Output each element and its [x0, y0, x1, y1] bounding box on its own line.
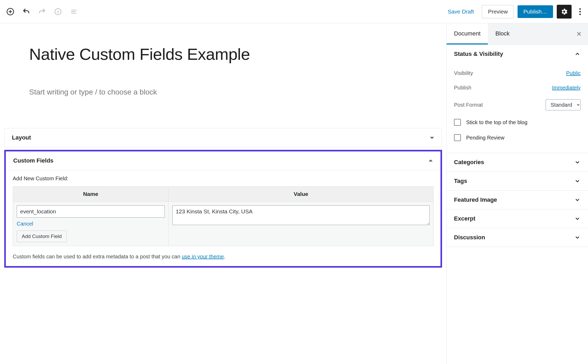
- pending-review-label: Pending Review: [466, 135, 505, 141]
- add-block-button[interactable]: [5, 7, 15, 17]
- layout-title: Layout: [12, 134, 31, 141]
- save-draft-button[interactable]: Save Draft: [443, 6, 478, 17]
- post-format-select[interactable]: Standard: [546, 99, 581, 110]
- custom-fields-header[interactable]: Custom Fields: [6, 151, 440, 170]
- info-button[interactable]: [53, 7, 63, 17]
- publish-label: Publish: [454, 85, 471, 91]
- settings-button[interactable]: [557, 5, 572, 19]
- redo-icon: [38, 8, 46, 16]
- chevron-down-icon: [574, 159, 581, 165]
- undo-button[interactable]: [21, 7, 31, 17]
- custom-field-value-input[interactable]: 123 Kinsta St, Kinsta City, USA: [172, 205, 430, 225]
- add-custom-field-button[interactable]: Add Custom Field: [17, 231, 67, 242]
- tab-document[interactable]: Document: [447, 23, 488, 44]
- more-menu-button[interactable]: [575, 5, 585, 19]
- visibility-value[interactable]: Public: [566, 70, 581, 76]
- cancel-link[interactable]: Cancel: [17, 221, 33, 227]
- custom-fields-note: Custom fields can be used to add extra m…: [13, 254, 434, 260]
- use-in-theme-link[interactable]: use in your theme: [182, 254, 224, 259]
- custom-fields-metabox: Custom Fields Add New Custom Field: Name…: [4, 150, 442, 268]
- panel-discussion-header[interactable]: Discussion: [447, 228, 588, 247]
- chevron-down-icon: [574, 197, 581, 203]
- redo-button[interactable]: [37, 7, 47, 17]
- panel-categories-header[interactable]: Categories: [447, 153, 588, 172]
- chevron-down-icon: [574, 234, 581, 241]
- panel-status-header[interactable]: Status & Visibility: [447, 45, 588, 63]
- custom-fields-title: Custom Fields: [13, 157, 54, 164]
- info-icon: [54, 8, 62, 15]
- panel-excerpt-header[interactable]: Excerpt: [447, 209, 588, 228]
- visibility-label: Visibility: [454, 70, 473, 76]
- svg-point-2: [579, 8, 581, 10]
- plus-circle-icon: [6, 8, 14, 16]
- post-body-placeholder[interactable]: Start writing or type / to choose a bloc…: [29, 88, 395, 96]
- panel-categories: Categories: [447, 153, 588, 172]
- post-title-input[interactable]: Native Custom Fields Example: [29, 44, 395, 64]
- stick-to-top-label: Stick to the top of the blog: [466, 119, 527, 125]
- panel-excerpt: Excerpt: [447, 209, 588, 228]
- editor-content: Native Custom Fields Example Start writi…: [0, 23, 446, 364]
- undo-icon: [22, 8, 30, 16]
- more-vertical-icon: [579, 8, 581, 16]
- add-new-custom-field-label: Add New Custom Field:: [13, 176, 434, 182]
- panel-tags-header[interactable]: Tags: [447, 172, 588, 190]
- preview-button[interactable]: Preview: [482, 5, 514, 18]
- top-toolbar: Save Draft Preview Publish…: [0, 0, 588, 23]
- chevron-down-icon: [574, 178, 581, 184]
- panel-featured-image: Featured Image: [447, 191, 588, 209]
- name-header: Name: [13, 187, 169, 202]
- publish-value[interactable]: Immediately: [552, 85, 581, 91]
- outline-button[interactable]: [69, 7, 79, 17]
- chevron-down-icon: [574, 215, 581, 222]
- panel-status-visibility: Status & Visibility Visibility Public Pu…: [447, 45, 588, 153]
- value-header: Value: [168, 187, 433, 202]
- close-sidebar-button[interactable]: [573, 28, 585, 40]
- layout-metabox: Layout: [4, 128, 442, 147]
- list-icon: [70, 8, 78, 15]
- pending-review-checkbox[interactable]: [454, 134, 461, 141]
- triangle-down-icon: [430, 135, 434, 140]
- custom-field-name-input[interactable]: [17, 205, 165, 218]
- gear-icon: [560, 8, 568, 16]
- svg-point-3: [579, 11, 581, 12]
- panel-featured-header[interactable]: Featured Image: [447, 191, 588, 209]
- stick-to-top-checkbox[interactable]: [454, 119, 461, 126]
- publish-button[interactable]: Publish…: [518, 5, 553, 18]
- panel-tags: Tags: [447, 172, 588, 191]
- svg-point-4: [579, 14, 581, 15]
- post-format-label: Post Format: [454, 102, 483, 108]
- custom-fields-table: Name Value Cancel Add Custom Field: [13, 186, 434, 246]
- panel-discussion: Discussion: [447, 228, 588, 247]
- layout-metabox-header[interactable]: Layout: [5, 128, 442, 147]
- triangle-up-icon: [428, 158, 433, 163]
- close-icon: [576, 31, 582, 37]
- settings-sidebar: Document Block Status & Visibility: [446, 23, 588, 364]
- chevron-up-icon: [574, 51, 581, 57]
- tab-block[interactable]: Block: [488, 23, 517, 44]
